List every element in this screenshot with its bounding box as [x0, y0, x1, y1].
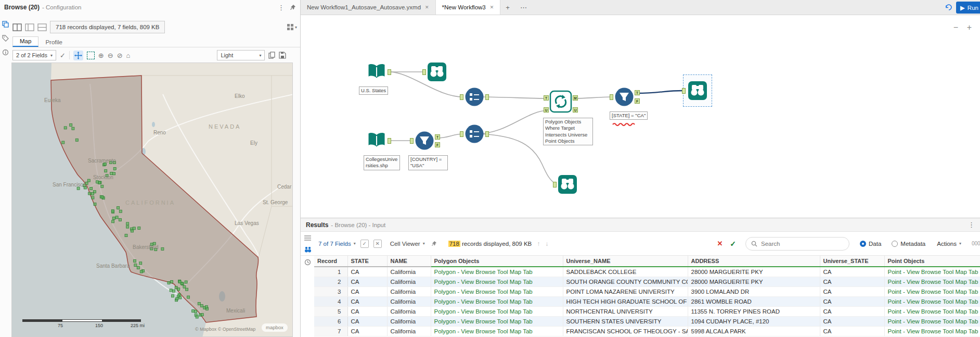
pin-icon[interactable]	[431, 241, 437, 246]
cell-polygon-link[interactable]: Polygon - View Browse Tool Map Tab	[431, 306, 563, 316]
table-row[interactable]: 2CACaliforniaPolygon - View Browse Tool …	[314, 277, 980, 286]
cell-polygon-link[interactable]: Polygon - View Browse Tool Map Tab	[431, 316, 563, 326]
column-header[interactable]: ADDRESS	[688, 256, 820, 267]
select-all-fields-icon[interactable]: ✓	[360, 240, 369, 248]
tool-browse-top[interactable]	[427, 61, 447, 82]
column-header[interactable]: Point Objects	[884, 256, 980, 267]
table-row[interactable]: 5CACaliforniaPolygon - View Browse Tool …	[314, 306, 980, 316]
column-header[interactable]: STATE	[347, 256, 387, 267]
table-row[interactable]: 6CACaliforniaPolygon - View Browse Tool …	[314, 316, 980, 326]
tool-filter-country[interactable]: T F	[414, 130, 435, 151]
results-menu-icon[interactable]: ⋮	[968, 221, 975, 229]
map-view[interactable]: EurekaElkoRenoNEVADAElySacramentoStockto…	[11, 63, 293, 337]
home-extent-icon[interactable]: ⌂	[126, 52, 131, 59]
layout-vertical-split-icon[interactable]	[25, 23, 34, 31]
college-point	[110, 161, 112, 164]
tool-input-colleges[interactable]	[366, 130, 387, 151]
zoom-in-icon[interactable]: ⊕	[98, 52, 104, 59]
pin-icon[interactable]	[290, 4, 296, 10]
table-row[interactable]: 3CACaliforniaPolygon - View Browse Tool …	[314, 286, 980, 296]
apply-fields-icon[interactable]: ✓	[60, 52, 66, 59]
tool-annotation[interactable]: [STATE] = "CA"	[610, 111, 648, 120]
info-icon[interactable]	[2, 49, 9, 56]
fields-dropdown[interactable]: 2 of 2 Fields▾	[12, 50, 56, 60]
table-row[interactable]: 4CACaliforniaPolygon - View Browse Tool …	[314, 296, 980, 306]
tab-map[interactable]: Map	[12, 36, 38, 47]
history-icon[interactable]	[945, 3, 953, 11]
actions-dropdown[interactable]: Actions▾	[937, 241, 961, 247]
tool-filter-state[interactable]: T F	[614, 86, 635, 107]
zoom-in-button[interactable]: +	[967, 23, 972, 32]
tool-spatial-match[interactable]: T U M U	[549, 90, 572, 113]
cell-point-link[interactable]: Point - View Browse Tool Map Tab	[884, 267, 980, 277]
cancel-icon[interactable]: ✕	[717, 240, 723, 247]
radio-data[interactable]: Data	[860, 241, 881, 247]
copy-icon[interactable]	[268, 52, 275, 59]
table-row[interactable]: 1CACaliforniaPolygon - View Browse Tool …	[314, 267, 980, 277]
cell-polygon-link[interactable]: Polygon - View Browse Tool Map Tab	[431, 326, 563, 336]
map-attribution[interactable]: © Mapbox © OpenStreetMap	[195, 327, 255, 332]
cell-polygon-link[interactable]: Polygon - View Browse Tool Map Tab	[431, 277, 563, 286]
map-toolbar: 2 of 2 Fields▾ ✓ ⊕ ⊖ ⊘ ⌂ Light▾	[12, 49, 298, 61]
radio-metadata[interactable]: Metadata	[892, 241, 925, 247]
cell-point-link[interactable]: Point - View Browse Tool Map Tab	[884, 296, 980, 306]
save-icon[interactable]	[279, 52, 286, 59]
search-input[interactable]	[761, 241, 844, 247]
tool-select-1[interactable]	[464, 86, 485, 107]
select-rectangle-icon[interactable]	[87, 52, 95, 59]
close-tab-icon[interactable]: ✕	[490, 5, 494, 10]
layout-single-icon[interactable]	[12, 23, 22, 31]
college-point	[70, 124, 72, 127]
cell-point-link[interactable]: Point - View Browse Tool Map Tab	[884, 286, 980, 296]
deselect-fields-icon[interactable]: ✕	[373, 240, 382, 248]
pending-icon[interactable]	[304, 259, 311, 266]
new-tab-button[interactable]: +	[500, 0, 515, 15]
cell-point-link[interactable]: Point - View Browse Tool Map Tab	[884, 306, 980, 316]
cell-polygon-link[interactable]: Polygon - View Browse Tool Map Tab	[431, 286, 563, 296]
zoom-out-button[interactable]: −	[953, 23, 958, 32]
column-header[interactable]: Universe_NAME	[563, 256, 688, 267]
column-header[interactable]: Universe_STATE	[820, 256, 884, 267]
table-row[interactable]: 7CACaliforniaPolygon - View Browse Tool …	[314, 326, 980, 336]
panel-menu-icon[interactable]: ⋮	[278, 4, 285, 11]
layout-horizontal-split-icon[interactable]	[37, 23, 47, 31]
layers-icon[interactable]	[2, 21, 9, 28]
basemap-dropdown[interactable]: Light▾	[217, 50, 265, 60]
tag-icon[interactable]	[2, 35, 9, 42]
zoom-out-icon[interactable]: ⊖	[108, 52, 113, 59]
column-header[interactable]: NAME	[387, 256, 431, 267]
previous-icon[interactable]: ↑	[537, 240, 540, 247]
workflow-canvas[interactable]: U.S. States CollegesUniversities.shp	[301, 15, 980, 218]
tool-browse-selected[interactable]	[683, 74, 712, 107]
column-header[interactable]: Record	[314, 256, 347, 267]
column-header[interactable]: Polygon Objects	[431, 256, 563, 267]
tool-annotation[interactable]: [COUNTRY] = "USA"	[408, 155, 448, 170]
tool-select-2[interactable]	[464, 123, 485, 144]
more-tabs-button[interactable]: ⋯	[515, 0, 532, 15]
close-tab-icon[interactable]: ✕	[425, 5, 429, 10]
pan-tool-icon[interactable]	[73, 51, 83, 60]
tool-browse-unmatched[interactable]	[557, 174, 578, 195]
tool-annotation[interactable]: Polygon Objects Where Target Intersects …	[543, 118, 593, 145]
next-icon[interactable]: ↓	[545, 240, 548, 247]
search-box[interactable]	[745, 237, 849, 251]
apply-icon[interactable]: ✓	[730, 240, 736, 248]
clear-selection-icon[interactable]: ⊘	[117, 52, 123, 59]
cell-point-link[interactable]: Point - View Browse Tool Map Tab	[884, 316, 980, 326]
cell-point-link[interactable]: Point - View Browse Tool Map Tab	[884, 277, 980, 286]
fields-dropdown[interactable]: 7 of 7 Fields▾	[318, 241, 356, 247]
tab-workflow1[interactable]: New Workflow1_Autosave_Autosave.yxmd ✕	[301, 0, 436, 15]
cell-polygon-link[interactable]: Polygon - View Browse Tool Map Tab	[431, 296, 563, 306]
cell-viewer-dropdown[interactable]: Cell Viewer▾	[390, 241, 425, 247]
run-button[interactable]: ▶ Run	[956, 2, 980, 14]
tab-workflow3[interactable]: *New Workflow3 ✕	[436, 0, 501, 15]
tab-profile[interactable]: Profile	[38, 38, 69, 47]
tool-annotation[interactable]: U.S. States	[359, 86, 388, 95]
table-options-icon[interactable]	[287, 23, 294, 31]
tool-annotation[interactable]: CollegesUniversities.shp	[364, 155, 400, 170]
cell-polygon-link[interactable]: Polygon - View Browse Tool Map Tab	[431, 267, 563, 277]
tool-input-us-states[interactable]	[366, 61, 387, 82]
college-point	[113, 172, 115, 175]
college-point	[150, 243, 153, 246]
cell-point-link[interactable]: Point - View Browse Tool Map Tab	[884, 326, 980, 336]
